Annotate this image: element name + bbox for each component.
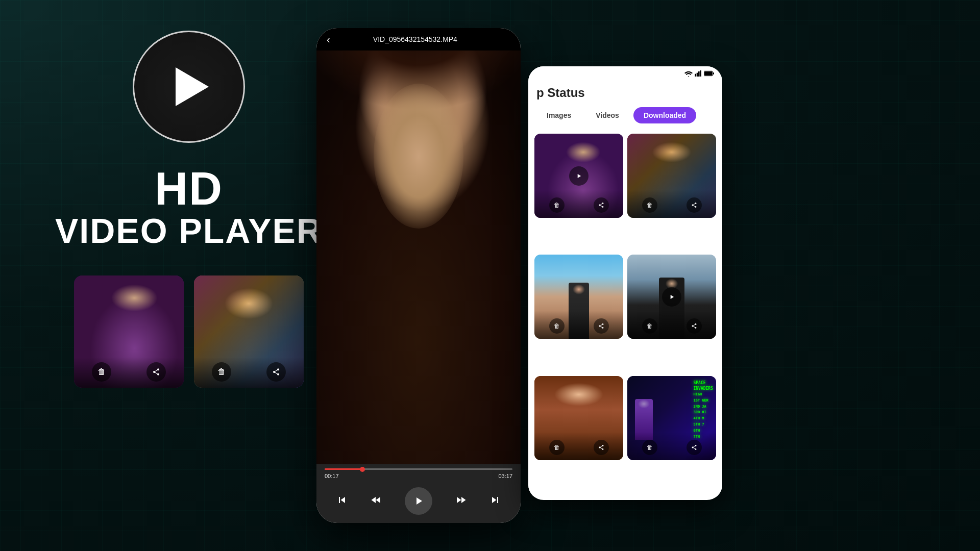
svg-rect-0 bbox=[695, 74, 696, 77]
video-filename: VID_0956432154532.MP4 bbox=[373, 35, 457, 43]
share-icon-1[interactable] bbox=[146, 362, 166, 382]
battery-icon bbox=[704, 70, 714, 77]
play-icon bbox=[176, 67, 209, 106]
play-pause-button[interactable] bbox=[405, 487, 432, 515]
thumb-2-icons: 🗑 bbox=[194, 362, 304, 382]
title-video-player: VIDEO PLAYER bbox=[55, 212, 323, 250]
share-icon-2[interactable] bbox=[266, 362, 286, 382]
title-hd: HD bbox=[55, 166, 323, 212]
left-section: HD VIDEO PLAYER 🗑 bbox=[41, 31, 337, 388]
status-bar bbox=[528, 66, 722, 81]
tab-videos[interactable]: Videos bbox=[585, 107, 629, 123]
thumbnail-1[interactable]: 🗑 bbox=[74, 276, 184, 388]
grid-share-3[interactable] bbox=[594, 318, 609, 334]
right-panel: p Status Images Videos Downloaded 🗑 bbox=[528, 66, 722, 500]
skip-to-start-button[interactable] bbox=[336, 494, 348, 509]
grid-overlay-4: 🗑 bbox=[627, 311, 716, 339]
video-area bbox=[316, 51, 521, 464]
svg-rect-1 bbox=[697, 73, 698, 77]
grid-item-2[interactable]: 🗑 bbox=[627, 134, 716, 218]
grid-share-2[interactable] bbox=[687, 197, 702, 213]
wifi-icon bbox=[684, 70, 693, 77]
panel-header: p Status bbox=[528, 81, 722, 107]
grid-share-4[interactable] bbox=[687, 318, 702, 334]
tab-images[interactable]: Images bbox=[536, 107, 581, 123]
grid-trash-5[interactable]: 🗑 bbox=[549, 440, 565, 455]
back-button[interactable]: ‹ bbox=[327, 34, 330, 45]
bottom-thumbnails: 🗑 🗑 bbox=[74, 276, 304, 388]
svg-rect-2 bbox=[698, 71, 700, 77]
grid-overlay-2: 🗑 bbox=[627, 190, 716, 218]
grid-item-1[interactable]: 🗑 bbox=[534, 134, 623, 218]
media-grid: 🗑 🗑 🗑 bbox=[528, 130, 722, 497]
app-logo bbox=[133, 31, 245, 143]
panel-title: p Status bbox=[536, 86, 714, 100]
video-thumbnail bbox=[316, 51, 521, 464]
grid-trash-1[interactable]: 🗑 bbox=[549, 197, 565, 213]
grid-overlay-1: 🗑 bbox=[534, 190, 623, 218]
grid-overlay-6: 🗑 bbox=[627, 432, 716, 460]
thumb-1-icons: 🗑 bbox=[74, 362, 184, 382]
thumbnail-2[interactable]: 🗑 bbox=[194, 276, 304, 388]
fast-forward-button[interactable] bbox=[455, 494, 467, 509]
grid-play-icon-4 bbox=[662, 287, 681, 307]
progress-dot bbox=[360, 467, 365, 472]
grid-item-6[interactable]: SPACEINVADERS HIGH1ST GER2ND JA3RD HI4TH… bbox=[627, 376, 716, 460]
grid-trash-2[interactable]: 🗑 bbox=[642, 197, 657, 213]
trash-icon-1[interactable]: 🗑 bbox=[92, 362, 111, 382]
svg-rect-3 bbox=[700, 70, 701, 77]
grid-trash-3[interactable]: 🗑 bbox=[549, 318, 565, 334]
app-title: HD VIDEO PLAYER bbox=[55, 166, 323, 250]
grid-overlay-5: 🗑 bbox=[534, 432, 623, 460]
grid-item-3[interactable]: 🗑 bbox=[534, 255, 623, 339]
time-row: 00:17 03:17 bbox=[325, 473, 512, 479]
total-time: 03:17 bbox=[498, 473, 512, 479]
status-icons bbox=[684, 70, 714, 77]
grid-trash-6[interactable]: 🗑 bbox=[642, 440, 657, 455]
grid-share-1[interactable] bbox=[594, 197, 609, 213]
progress-bar[interactable] bbox=[325, 468, 512, 470]
space-invaders-text: SPACEINVADERS HIGH1ST GER2ND JA3RD HI4TH… bbox=[693, 380, 713, 440]
phone-frame: ‹ VID_0956432154532.MP4 00:17 03:17 bbox=[316, 28, 521, 523]
svg-rect-5 bbox=[704, 71, 712, 75]
tab-downloaded[interactable]: Downloaded bbox=[633, 107, 696, 123]
grid-share-5[interactable] bbox=[594, 440, 609, 455]
grid-play-icon-1 bbox=[569, 166, 589, 186]
skip-to-end-button[interactable] bbox=[489, 494, 501, 509]
svg-rect-6 bbox=[713, 72, 714, 74]
video-top-bar: ‹ VID_0956432154532.MP4 bbox=[316, 28, 521, 51]
signal-icon bbox=[695, 70, 702, 77]
progress-fill bbox=[325, 468, 362, 470]
rewind-button[interactable] bbox=[370, 494, 382, 509]
controls-row bbox=[325, 483, 512, 521]
grid-item-4[interactable]: 🗑 bbox=[627, 255, 716, 339]
video-controls: 00:17 03:17 bbox=[316, 464, 521, 523]
grid-trash-4[interactable]: 🗑 bbox=[642, 318, 657, 334]
current-time: 00:17 bbox=[325, 473, 339, 479]
grid-share-6[interactable] bbox=[687, 440, 702, 455]
grid-overlay-3: 🗑 bbox=[534, 311, 623, 339]
trash-icon-2[interactable]: 🗑 bbox=[212, 362, 231, 382]
grid-item-5[interactable]: 🗑 bbox=[534, 376, 623, 460]
tab-row: Images Videos Downloaded bbox=[528, 107, 722, 130]
